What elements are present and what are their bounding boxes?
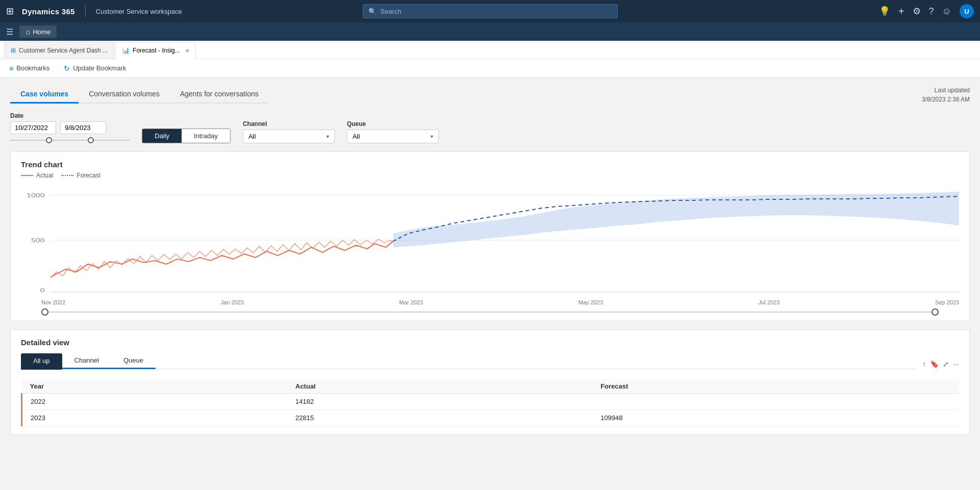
cell-year-2022: 2022 [22,394,288,410]
queue-dropdown[interactable]: All ▾ [347,130,439,143]
channel-dropdown-arrow: ▾ [326,134,329,139]
queue-value: All [353,133,360,140]
actual-line-detail [51,239,393,278]
queue-dropdown-arrow: ▾ [431,134,433,139]
actual-label: Actual [36,172,53,179]
help-icon[interactable]: ? [929,6,934,17]
range-track [41,312,939,313]
detailed-view-card: Detailed view All up Channel Queue ↑ 🔖 ⤢… [10,329,970,435]
slider-middle-track [52,140,88,141]
tab-conversation-volumes[interactable]: Conversation volumes [79,86,170,104]
page-tabs: Case volumes Conversation volumes Agents… [10,86,269,104]
bookmarks-label: Bookmarks [16,64,49,72]
nav-divider [85,5,86,17]
hamburger-icon[interactable]: ☰ [6,27,13,37]
daily-toggle[interactable]: Daily [142,129,182,143]
trend-chart-area: 1000 500 0 [21,185,959,297]
home-label: Home [33,28,51,36]
trend-chart-card: Trend chart Actual Forecast 1000 500 0 [10,151,970,321]
tab-forecast-label: Forecast - Insig... [133,47,180,54]
range-handle-left[interactable] [41,308,48,316]
tab-dashboard[interactable]: ⊞ Customer Service Agent Dash ... [4,41,114,59]
date-from-input[interactable] [10,121,56,134]
update-bookmark-button[interactable]: ↻ Update Bookmark [61,62,129,74]
channel-dropdown[interactable]: All ▾ [243,130,335,143]
actual-line [51,241,393,277]
more-options-icon[interactable]: ··· [953,360,959,368]
search-bar[interactable]: 🔍 Search [363,4,618,18]
main-content: Case volumes Conversation volumes Agents… [0,78,980,490]
slider-handle-left[interactable] [46,137,52,143]
x-label-may2023: May 2023 [579,299,603,305]
bookmarks-icon: ≡ [9,64,13,72]
svg-text:1000: 1000 [27,192,45,198]
detail-tabs: All up Channel Queue [21,353,916,369]
date-slider [10,137,130,143]
cell-actual-2023: 22815 [287,410,592,426]
x-label-jul2023: Jul 2023 [759,299,780,305]
intraday-toggle[interactable]: Intraday [182,129,230,143]
queue-filter-group: Queue All ▾ [347,120,439,143]
tab-agents-conversations[interactable]: Agents for conversations [170,86,269,104]
col-actual: Actual [287,379,592,394]
page-header: Case volumes Conversation volumes Agents… [10,86,970,104]
search-icon: 🔍 [368,8,376,15]
queue-label: Queue [347,120,439,127]
lightbulb-icon[interactable]: 💡 [879,6,890,17]
slider-handle-right[interactable] [88,137,94,143]
actual-line-icon [21,175,33,176]
update-bookmark-label: Update Bookmark [73,64,126,72]
tab-forecast[interactable]: 📊 Forecast - Insig... ✕ [115,42,196,59]
tabs-bar: ⊞ Customer Service Agent Dash ... 📊 Fore… [0,41,980,59]
top-navigation: ⊞ Dynamics 365 Customer Service workspac… [0,0,980,22]
cell-forecast-2023: 109948 [592,410,959,426]
x-label-sep2023: Sep 2023 [935,299,959,305]
tab-dashboard-label: Customer Service Agent Dash ... [19,47,108,54]
detail-tab-allup[interactable]: All up [21,353,62,370]
brand-name: Dynamics 365 [22,7,75,16]
cell-forecast-2022 [592,394,959,410]
detail-actions: ↑ 🔖 ⤢ ··· [922,360,959,368]
home-button[interactable]: ⌂ Home [19,25,57,38]
detail-tab-channel[interactable]: Channel [62,353,111,369]
toolbar: ≡ Bookmarks ↻ Update Bookmark [0,59,980,78]
channel-value: All [248,133,256,140]
refresh-icon: ↻ [64,64,70,72]
settings-icon[interactable]: ⚙ [913,6,921,17]
avatar[interactable]: U [960,4,974,18]
x-label-nov2022: Nov 2022 [41,299,65,305]
col-year: Year [22,379,288,394]
legend-forecast: Forecast [61,172,100,179]
nav-actions: 💡 + ⚙ ? ☺ U [879,4,974,18]
filters-row: Date Daily Intraday [10,112,970,143]
cell-actual-2022: 14182 [287,394,592,410]
forecast-tab-icon: 📊 [122,47,130,54]
view-toggle: Daily Intraday [142,128,231,143]
dashboard-tab-icon: ⊞ [11,47,16,54]
add-icon[interactable]: + [898,6,904,17]
last-updated-value: 3/8/2023 2:38 AM [922,95,970,104]
col-forecast: Forecast [592,379,959,394]
bookmark-action-icon[interactable]: 🔖 [930,360,939,368]
feedback-icon[interactable]: ☺ [942,6,951,17]
bookmarks-button[interactable]: ≡ Bookmarks [6,62,53,74]
detailed-view-title: Detailed view [21,338,959,347]
view-toggle-group: Daily Intraday [142,128,231,143]
range-handle-right[interactable] [932,308,939,316]
table-header-row: Year Actual Forecast [22,379,960,394]
chart-range-slider [21,307,959,313]
expand-icon[interactable]: ⤢ [943,360,949,368]
forecast-confidence-band [393,192,959,247]
detail-tab-queue[interactable]: Queue [111,353,156,369]
last-updated-label: Last updated [922,86,970,95]
trend-chart-title: Trend chart [21,160,959,169]
date-to-input[interactable] [60,121,106,134]
tab-case-volumes[interactable]: Case volumes [10,86,79,104]
search-placeholder: Search [381,8,401,15]
tab-close-icon[interactable]: ✕ [185,48,189,54]
last-updated: Last updated 3/8/2023 2:38 AM [922,86,970,104]
date-filter: Date [10,112,130,143]
svg-text:0: 0 [40,287,45,293]
grid-icon[interactable]: ⊞ [6,6,14,17]
sort-asc-icon[interactable]: ↑ [922,360,926,368]
